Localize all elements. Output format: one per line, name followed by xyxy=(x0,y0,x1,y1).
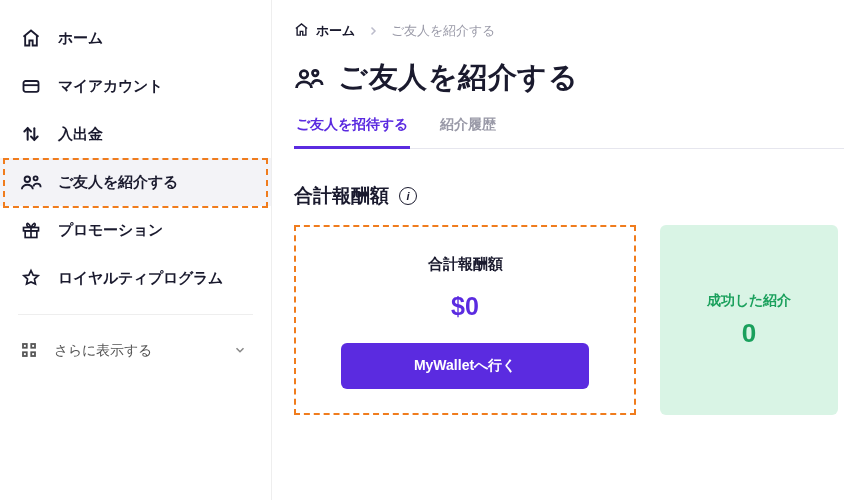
section-title: 合計報酬額 xyxy=(294,183,389,209)
reward-amount: $0 xyxy=(451,292,479,321)
tabs: ご友人を招待する 紹介履歴 xyxy=(294,116,844,149)
svg-rect-0 xyxy=(24,81,39,92)
svg-rect-5 xyxy=(23,344,27,348)
main-content: ホーム ご友人を紹介する ご友人を紹介する ご友人を招待する 紹介履歴 合計報酬… xyxy=(272,0,844,500)
success-label: 成功した紹介 xyxy=(707,292,791,310)
sidebar-item-deposit[interactable]: 入出金 xyxy=(0,110,271,158)
success-count: 0 xyxy=(742,318,756,349)
star-icon xyxy=(20,267,42,289)
tab-history[interactable]: 紹介履歴 xyxy=(438,116,498,148)
svg-rect-7 xyxy=(23,352,27,356)
page-title-row: ご友人を紹介する xyxy=(294,58,844,98)
sidebar-item-home[interactable]: ホーム xyxy=(0,14,271,62)
home-icon xyxy=(294,22,309,40)
sidebar-item-label: マイアカウント xyxy=(58,77,163,96)
svg-rect-6 xyxy=(31,344,35,348)
successful-referrals-card: 成功した紹介 0 xyxy=(660,225,838,415)
svg-rect-8 xyxy=(31,352,35,356)
reward-card-title: 合計報酬額 xyxy=(428,255,503,274)
page-title: ご友人を紹介する xyxy=(338,58,578,98)
svg-point-1 xyxy=(25,177,30,183)
sidebar: ホーム マイアカウント 入出金 ご友人を紹介する プロモーション ロイヤルティプ… xyxy=(0,0,272,500)
chevron-right-icon xyxy=(367,25,379,37)
svg-point-2 xyxy=(34,176,38,180)
sidebar-item-refer[interactable]: ご友人を紹介する xyxy=(0,158,271,206)
sidebar-item-label: プロモーション xyxy=(58,221,163,240)
breadcrumb: ホーム ご友人を紹介する xyxy=(294,22,844,40)
breadcrumb-home-label: ホーム xyxy=(316,22,355,40)
info-icon[interactable]: i xyxy=(399,187,417,205)
total-reward-card: 合計報酬額 $0 MyWalletへ行く xyxy=(294,225,636,415)
sidebar-item-promotion[interactable]: プロモーション xyxy=(0,206,271,254)
people-icon xyxy=(20,171,42,193)
sidebar-show-more[interactable]: さらに表示する xyxy=(0,327,271,375)
chevron-down-icon xyxy=(233,343,247,360)
sidebar-item-label: 入出金 xyxy=(58,125,103,144)
sidebar-item-label: ホーム xyxy=(58,29,103,48)
grid-icon xyxy=(20,341,38,362)
go-to-wallet-button[interactable]: MyWalletへ行く xyxy=(341,343,589,389)
tab-invite[interactable]: ご友人を招待する xyxy=(294,116,410,148)
sidebar-item-label: ロイヤルティプログラム xyxy=(58,269,223,288)
cards-row: 合計報酬額 $0 MyWalletへ行く 成功した紹介 0 xyxy=(294,225,844,415)
sidebar-item-loyalty[interactable]: ロイヤルティプログラム xyxy=(0,254,271,302)
breadcrumb-home[interactable]: ホーム xyxy=(294,22,355,40)
breadcrumb-current: ご友人を紹介する xyxy=(391,22,495,40)
sidebar-item-account[interactable]: マイアカウント xyxy=(0,62,271,110)
svg-point-9 xyxy=(300,71,308,79)
sidebar-divider xyxy=(18,314,253,315)
show-more-label: さらに表示する xyxy=(54,342,152,360)
section-header: 合計報酬額 i xyxy=(294,183,844,209)
gift-icon xyxy=(20,219,42,241)
sidebar-item-label: ご友人を紹介する xyxy=(58,173,178,192)
card-icon xyxy=(20,75,42,97)
transfer-icon xyxy=(20,123,42,145)
svg-point-10 xyxy=(313,70,319,76)
home-icon xyxy=(20,27,42,49)
people-icon xyxy=(294,63,324,93)
